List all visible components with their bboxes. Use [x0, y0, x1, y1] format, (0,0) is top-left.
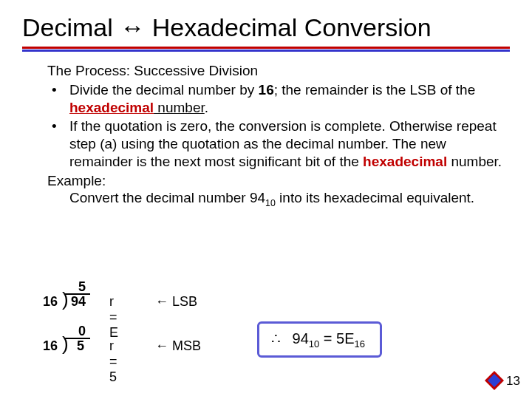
bullet-item-2: If the quotation is zero, the conversion…	[47, 117, 502, 170]
bullet-item-1: Divide the decimal number by 16; the rem…	[47, 81, 502, 117]
process-heading: The Process: Successive Division	[47, 62, 502, 80]
page-number: 13	[506, 374, 520, 389]
slide-logo-icon	[483, 369, 505, 392]
result-box: ∴ 9410 = 5E16	[257, 321, 382, 358]
example-line: Convert the decimal number 9410 into its…	[47, 189, 502, 209]
therefore-symbol: ∴	[271, 330, 281, 347]
page-title: Decimal ↔ Hexadecimal Conversion	[0, 0, 532, 47]
body-content: The Process: Successive Division Divide …	[0, 52, 532, 209]
bullet-list: Divide the decimal number by 16; the rem…	[47, 81, 502, 171]
title-underline	[22, 47, 510, 52]
example-label: Example:	[47, 172, 502, 190]
